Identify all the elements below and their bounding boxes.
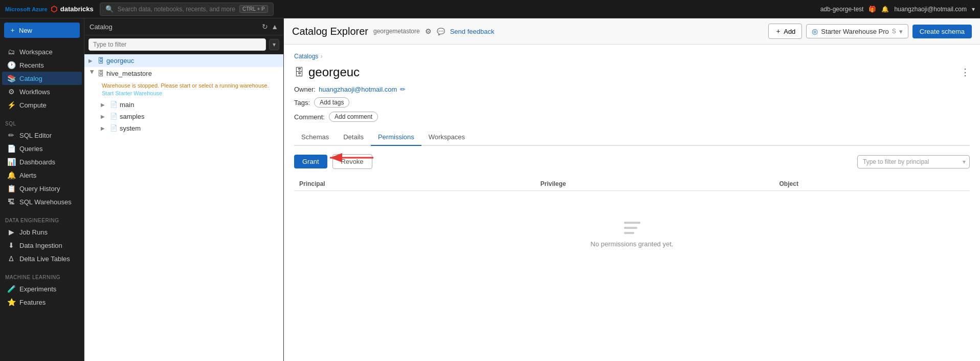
col-object: Object: [774, 177, 970, 191]
add-button-label: Add: [784, 28, 795, 35]
tree-item-main[interactable]: ▶ 📄 main: [84, 99, 283, 111]
sidebar-item-label: Data Ingestion: [19, 242, 62, 249]
filter-options-button[interactable]: ▾: [269, 39, 279, 50]
feedback-icon: 💬: [437, 28, 445, 35]
collapse-icon[interactable]: ▲: [271, 23, 278, 31]
chevron-icon: ▶: [88, 58, 96, 63]
compute-icon: ⚡: [7, 101, 15, 109]
more-actions-icon[interactable]: ⋮: [961, 67, 970, 78]
experiments-icon: 🧪: [7, 285, 15, 293]
catalog-settings-button[interactable]: ⚙: [425, 27, 432, 35]
sidebar-item-label: Experiments: [19, 285, 56, 293]
sidebar-item-workflows[interactable]: ⚙ Workflows: [2, 85, 82, 98]
create-schema-button[interactable]: Create schema: [912, 25, 972, 38]
tree-item-samples[interactable]: ▶ 📄 samples: [84, 111, 283, 122]
filter-wrapper: Type to filter by principal Type to filt…: [857, 155, 970, 168]
breadcrumb-separator: ›: [320, 53, 322, 60]
gift-icon[interactable]: 🎁: [868, 6, 876, 13]
sidebar-ml-section: Machine Learning 🧪 Experiments ⭐ Feature…: [0, 268, 84, 312]
sidebar-item-recents[interactable]: 🕐 Recents: [2, 58, 82, 72]
tab-workspaces[interactable]: Workspaces: [421, 129, 472, 146]
sidebar: ＋ New 🗂 Workspace 🕐 Recents 📚 Catalog ⚙ …: [0, 18, 84, 361]
global-search[interactable]: 🔍 CTRL + P: [100, 3, 274, 16]
catalog-detail-content: Catalogs › 🗄 georgeuc ⋮ Owner: huangzhao…: [284, 45, 980, 287]
comment-row: Comment: Add comment: [294, 112, 970, 122]
features-icon: ⭐: [7, 298, 15, 306]
new-button[interactable]: ＋ New: [4, 23, 80, 38]
main-content: Catalog Explorer georgemetastore ⚙ 💬 Sen…: [284, 18, 980, 361]
tab-schemas[interactable]: Schemas: [294, 129, 336, 146]
alerts-icon: 🔔: [7, 171, 15, 179]
sidebar-item-label: Query History: [19, 185, 60, 193]
sidebar-item-label: Delta Live Tables: [19, 255, 70, 263]
warehouse-name: Starter Warehouse Pro: [821, 28, 888, 35]
sidebar-item-dashboards[interactable]: 📊 Dashboards: [2, 155, 82, 168]
sql-editor-icon: ✏: [7, 131, 15, 139]
send-feedback-link[interactable]: Send feedback: [450, 28, 495, 35]
plus-icon: ＋: [9, 26, 16, 35]
page-metastore: georgemetastore: [373, 28, 420, 35]
user-email[interactable]: huangzhaoji@hotmail.com: [894, 6, 967, 13]
sidebar-item-query-history[interactable]: 📋 Query History: [2, 182, 82, 195]
sidebar-item-delta-live-tables[interactable]: Δ Delta Live Tables: [2, 252, 82, 265]
edit-owner-icon[interactable]: ✏: [400, 86, 406, 93]
tree-item-system[interactable]: ▶ 📄 system: [84, 122, 283, 134]
permissions-table-head: Principal Privilege Object: [294, 177, 970, 191]
start-warehouse-link[interactable]: Start Starter Warehouse: [102, 90, 162, 96]
sidebar-item-label: Queries: [19, 145, 43, 153]
empty-state: No permissions granted yet.: [294, 191, 970, 279]
sidebar-item-sql-editor[interactable]: ✏ SQL Editor: [2, 129, 82, 142]
user-dropdown-icon[interactable]: ▾: [972, 6, 975, 13]
query-history-icon: 📋: [7, 184, 15, 193]
sidebar-item-catalog[interactable]: 📚 Catalog: [2, 72, 82, 85]
page-header: Catalog Explorer georgemetastore ⚙ 💬 Sen…: [284, 18, 980, 45]
tree-item-label: samples: [120, 113, 144, 120]
col-privilege: Privilege: [535, 177, 774, 191]
tab-permissions[interactable]: Permissions: [371, 129, 421, 146]
sidebar-item-label: Compute: [19, 101, 47, 109]
sidebar-item-job-runs[interactable]: ▶ Job Runs: [2, 225, 82, 239]
sidebar-item-alerts[interactable]: 🔔 Alerts: [2, 168, 82, 182]
delta-live-tables-icon: Δ: [7, 254, 15, 263]
add-tags-button[interactable]: Add tags: [314, 97, 349, 108]
empty-state-text: No permissions granted yet.: [591, 240, 674, 248]
chevron-icon: ▶: [101, 102, 108, 108]
search-input[interactable]: [118, 6, 235, 13]
catalog-item-name: georgeuc: [308, 65, 360, 79]
sql-section-label: SQL: [0, 118, 84, 129]
permissions-table: Principal Privilege Object: [294, 177, 970, 191]
sidebar-item-features[interactable]: ⭐ Features: [2, 295, 82, 309]
sidebar-item-compute[interactable]: ⚡ Compute: [2, 98, 82, 112]
principal-filter-select[interactable]: Type to filter by principal: [857, 155, 970, 168]
sidebar-item-data-ingestion[interactable]: ⬇ Data Ingestion: [2, 239, 82, 252]
sidebar-item-queries[interactable]: 📄 Queries: [2, 142, 82, 155]
page-title-area: Catalog Explorer georgemetastore ⚙ 💬 Sen…: [292, 26, 494, 37]
add-button[interactable]: ＋ Add: [768, 24, 802, 39]
workflows-icon: ⚙: [7, 88, 15, 96]
topbar-right: adb-george-test 🎁 🔔 huangzhaoji@hotmail.…: [820, 6, 975, 13]
sidebar-item-workspace[interactable]: 🗂 Workspace: [2, 45, 82, 58]
schema-icon: 📄: [110, 101, 118, 108]
chevron-icon: ▶: [90, 70, 95, 77]
catalog-filter-input[interactable]: [88, 38, 266, 51]
tree-item-hive-metastore[interactable]: ▶ 🗄 hive_metastore: [84, 67, 283, 80]
tags-row: Tags: Add tags: [294, 97, 970, 108]
catalog-title-row: 🗄 georgeuc ⋮: [294, 65, 970, 79]
annotation-arrow: [325, 150, 376, 167]
empty-icon: [624, 222, 640, 234]
sidebar-item-sql-warehouses[interactable]: 🏗 SQL Warehouses: [2, 195, 82, 208]
grant-button[interactable]: Grant: [294, 155, 327, 168]
breadcrumb-catalogs-link[interactable]: Catalogs: [294, 53, 318, 60]
refresh-icon[interactable]: ↻: [262, 23, 268, 31]
chevron-icon: ▶: [101, 125, 108, 131]
sidebar-item-experiments[interactable]: 🧪 Experiments: [2, 282, 82, 295]
bell-icon[interactable]: 🔔: [881, 6, 889, 13]
tree-item-label: georgeuc: [106, 57, 134, 65]
warehouse-selector[interactable]: ◎ Starter Warehouse Pro S ▾: [806, 24, 908, 38]
data-ingestion-icon: ⬇: [7, 241, 15, 249]
tab-details[interactable]: Details: [336, 129, 371, 146]
catalog-tree: ▶ 🗄 georgeuc ▶ 🗄 hive_metastore Warehous…: [84, 54, 283, 361]
add-comment-button[interactable]: Add comment: [329, 112, 378, 122]
search-shortcut: CTRL + P: [239, 5, 268, 13]
tree-item-georgeuc[interactable]: ▶ 🗄 georgeuc: [84, 54, 283, 67]
